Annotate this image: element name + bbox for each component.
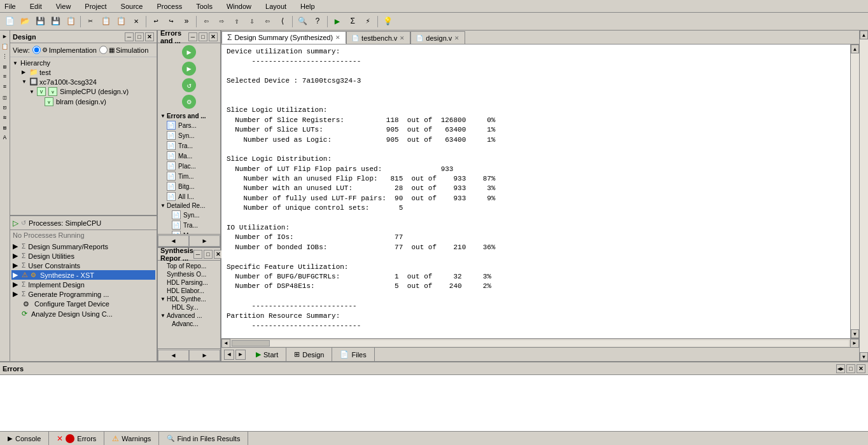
synth-report-nav-right[interactable]: ▶ bbox=[189, 350, 220, 361]
synth-advanc[interactable]: Advanc... bbox=[159, 320, 219, 328]
toolbar-more[interactable]: » bbox=[179, 15, 193, 29]
cut-button[interactable]: ✂ bbox=[83, 15, 97, 29]
synth-hdl-synthe[interactable]: ▼ HDL Synthe... bbox=[159, 295, 219, 303]
tab-testbench[interactable]: 📄 testbench.v ✕ bbox=[346, 31, 410, 44]
leftbar-btn1[interactable]: ▶ bbox=[1, 32, 10, 41]
synth-bitg[interactable]: 📄 Bitg... bbox=[159, 181, 219, 191]
menu-layout[interactable]: Layout bbox=[263, 2, 288, 11]
rightbar-up-btn[interactable]: ▲ bbox=[860, 31, 868, 39]
tab-design-v[interactable]: 📄 design.v ✕ bbox=[410, 31, 465, 44]
synth-alli[interactable]: 📄 All I... bbox=[159, 191, 219, 202]
synth-hdl-parsing[interactable]: HDL Parsing... bbox=[159, 278, 219, 287]
leftbar-btn2[interactable]: 📋 bbox=[1, 42, 10, 51]
hscroll-track[interactable] bbox=[232, 340, 849, 346]
menu-project[interactable]: Project bbox=[83, 2, 108, 11]
design-panel-maximize[interactable]: □ bbox=[135, 32, 144, 41]
synth-hdl-elabor[interactable]: HDL Elabor... bbox=[159, 287, 219, 295]
synth-det-tra[interactable]: 📄 Tra... bbox=[159, 220, 219, 230]
tree-hierarchy-root[interactable]: ▼ Hierarchy bbox=[11, 58, 155, 67]
synth-tra[interactable]: 📄 Tra... bbox=[159, 140, 219, 151]
synth-det-syn[interactable]: 📄 Syn... bbox=[159, 210, 219, 220]
synth-pars[interactable]: 📄 Pars... bbox=[159, 120, 219, 130]
menu-process[interactable]: Process bbox=[155, 2, 184, 11]
synth-run-btn1[interactable]: ▶ bbox=[182, 45, 196, 59]
synth-report-nav-left[interactable]: ◀ bbox=[158, 350, 189, 361]
proc-design-utilities[interactable]: ▶ Σ Design Utilities bbox=[11, 251, 155, 261]
menu-edit[interactable]: Edit bbox=[28, 2, 44, 11]
save-button[interactable]: 💾 bbox=[33, 15, 47, 29]
synth-run-btn3[interactable]: ↺ bbox=[182, 78, 196, 92]
menu-view[interactable]: View bbox=[54, 2, 73, 11]
synth-run-btn2[interactable]: ▶ bbox=[182, 62, 196, 76]
lightbulb-button[interactable]: 💡 bbox=[381, 15, 395, 29]
menu-help[interactable]: Help bbox=[298, 2, 317, 11]
proc-user-constraints[interactable]: ▶ Σ User Constraints bbox=[11, 261, 155, 270]
toolbar-btn-f[interactable]: ⟨ bbox=[276, 15, 290, 29]
proc-analyze-design[interactable]: ⟳ Analyze Design Using C... bbox=[11, 309, 155, 318]
proc-synthesize[interactable]: ▶ ⚠ ⚙ Synthesize - XST bbox=[11, 270, 155, 280]
synth-synthesis-o[interactable]: Synthesis O... bbox=[159, 270, 219, 278]
toolbar-btn-b[interactable]: ⇨ bbox=[214, 15, 228, 29]
bottom-nav-right[interactable]: ▶ bbox=[235, 350, 246, 360]
radio-implementation[interactable] bbox=[32, 46, 41, 54]
synth-plac[interactable]: 📄 Plac... bbox=[159, 161, 219, 171]
radio-simulation[interactable] bbox=[99, 46, 108, 54]
hscroll-right-btn[interactable]: ▶ bbox=[850, 339, 859, 348]
scrollbar-up-btn[interactable]: ▲ bbox=[851, 44, 859, 53]
search-button[interactable]: 🔍 bbox=[295, 15, 309, 29]
toolbar-btn5[interactable]: 📋 bbox=[64, 15, 78, 29]
status-tab-errors[interactable]: ✕ Errors bbox=[49, 432, 104, 446]
leftbar-btn8[interactable]: ⊡ bbox=[1, 103, 10, 112]
bottom-tab-files[interactable]: 📄 Files bbox=[332, 348, 374, 362]
menu-tools[interactable]: Tools bbox=[194, 2, 214, 11]
rightbar-track[interactable] bbox=[860, 39, 868, 352]
status-tab-console[interactable]: ▶ Console bbox=[0, 432, 49, 446]
synth-syn[interactable]: 📄 Syn... bbox=[159, 130, 219, 140]
errors-maximize[interactable]: □ bbox=[846, 364, 855, 373]
design-panel-close[interactable]: ✕ bbox=[145, 32, 154, 41]
synth-tim[interactable]: 📄 Tim... bbox=[159, 171, 219, 181]
synth-errors-root[interactable]: ▼ Errors and ... bbox=[159, 112, 219, 120]
tree-item-test[interactable]: ▶ 📁 test bbox=[11, 67, 155, 77]
bottom-nav-left[interactable]: ◀ bbox=[224, 350, 234, 360]
run-button[interactable]: ▶ bbox=[330, 15, 344, 29]
synth-report-pin[interactable]: ─ bbox=[193, 250, 202, 259]
toolbar-btn-e[interactable]: ⇦ bbox=[260, 15, 274, 29]
menu-source[interactable]: Source bbox=[119, 2, 145, 11]
rightbar-down-btn[interactable]: ▼ bbox=[860, 352, 868, 361]
errors-pin[interactable]: ◂▸ bbox=[836, 364, 845, 373]
radio-simulation-label[interactable]: ▦ Simulation bbox=[99, 46, 148, 54]
leftbar-btn9[interactable]: ≋ bbox=[1, 113, 10, 122]
tree-item-xc7[interactable]: ▼ 🔲 xc7a100t-3csg324 bbox=[11, 77, 155, 86]
paste-button[interactable]: 📋 bbox=[114, 15, 128, 29]
open-button[interactable]: 📂 bbox=[18, 15, 32, 29]
tree-item-blram[interactable]: v blram (design.v) bbox=[11, 97, 155, 107]
hscroll-thumb[interactable] bbox=[232, 340, 270, 346]
radio-implementation-label[interactable]: ⚙ Implementation bbox=[32, 46, 97, 54]
synth-run-btn4[interactable]: ⚙ bbox=[182, 95, 196, 109]
tab-design-summary-close[interactable]: ✕ bbox=[335, 34, 340, 41]
synth-hdl-sy[interactable]: HDL Sy... bbox=[159, 303, 219, 312]
synth-maximize[interactable]: □ bbox=[199, 32, 207, 41]
toolbar-btn-c[interactable]: ⇧ bbox=[230, 15, 244, 29]
synth-nav-left[interactable]: ◀ bbox=[158, 235, 189, 247]
toolbar-btn-d[interactable]: ⇩ bbox=[245, 15, 259, 29]
help-button[interactable]: ? bbox=[311, 15, 325, 29]
sigma-button[interactable]: Σ bbox=[346, 15, 360, 29]
status-tab-warnings[interactable]: ⚠ Warnings bbox=[104, 432, 159, 446]
save-all-button[interactable]: 💾 bbox=[48, 15, 62, 29]
new-button[interactable]: 📄 bbox=[3, 15, 17, 29]
scrollbar-down-btn[interactable]: ▼ bbox=[851, 329, 859, 338]
synth-close[interactable]: ✕ bbox=[209, 32, 218, 41]
synth-top-repo[interactable]: Top of Repo... bbox=[159, 262, 219, 270]
proc-implement-design[interactable]: ▶ Σ Implement Design bbox=[11, 280, 155, 289]
status-tab-find[interactable]: 🔍 Find in Files Results bbox=[159, 432, 248, 446]
bottom-tab-design[interactable]: ⊞ Design bbox=[286, 348, 332, 362]
tree-item-simplecpu[interactable]: ▼ V v SimpleCPU (design.v) bbox=[11, 86, 155, 97]
synth-nav-right[interactable]: ▶ bbox=[189, 235, 220, 247]
errors-close[interactable]: ✕ bbox=[857, 364, 865, 373]
toolbar-btn-g[interactable]: ⚡ bbox=[361, 15, 375, 29]
leftbar-btn5[interactable]: ≡ bbox=[1, 72, 10, 81]
proc-design-summary[interactable]: ▶ Σ Design Summary/Reports bbox=[11, 242, 155, 251]
right-scrollbar[interactable]: ▲ ▼ bbox=[850, 44, 859, 338]
